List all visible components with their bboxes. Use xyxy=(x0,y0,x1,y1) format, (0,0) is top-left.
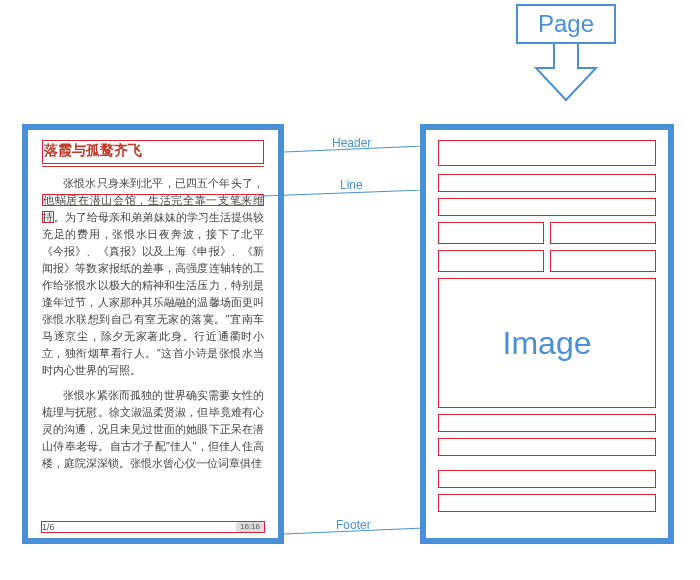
region-line-pair xyxy=(438,222,656,244)
rendered-page: 落霞与孤鹜齐飞 张恨水只身来到北平，已四五个年头了，他蜗居在潜山会馆，生活完全靠… xyxy=(22,124,284,544)
page-callout: Page xyxy=(516,4,616,106)
page-number: 1/6 xyxy=(42,522,55,532)
region-line xyxy=(438,438,656,456)
page-body: 张恨水只身来到北平，已四五个年头了，他蜗居在潜山会馆，生活完全靠一支笔来维持。为… xyxy=(42,175,264,472)
callout-arrow xyxy=(516,44,616,102)
region-line xyxy=(438,414,656,432)
page-footer: 1/6 16:16 xyxy=(42,522,264,532)
page-title: 落霞与孤鹜齐飞 xyxy=(42,140,264,164)
page-time: 16:16 xyxy=(236,522,264,532)
label-header: Header xyxy=(332,136,371,150)
paragraph: 张恨水紧张而孤独的世界确实需要女性的梳理与抚慰。徐文淑温柔贤淑，但毕竟难有心灵的… xyxy=(42,387,264,472)
region-line-half xyxy=(550,250,656,272)
page-callout-label: Page xyxy=(516,4,616,44)
region-line-half xyxy=(550,222,656,244)
region-header xyxy=(438,140,656,166)
highlighted-line: 他蜗居在潜山会馆，生活完全靠一支笔来维持 xyxy=(42,194,264,223)
region-image: Image xyxy=(438,278,656,408)
region-line xyxy=(438,174,656,192)
region-line-pair xyxy=(438,250,656,272)
title-divider xyxy=(42,166,264,167)
region-image-label: Image xyxy=(503,325,592,362)
schematic-page: Image xyxy=(420,124,674,544)
region-footer xyxy=(438,494,656,512)
region-line xyxy=(438,198,656,216)
label-line: Line xyxy=(340,178,363,192)
label-footer: Footer xyxy=(336,518,371,532)
region-line xyxy=(438,470,656,488)
region-line-half xyxy=(438,222,544,244)
paragraph: 张恨水只身来到北平，已四五个年头了，他蜗居在潜山会馆，生活完全靠一支笔来维持。为… xyxy=(42,175,264,379)
region-line-half xyxy=(438,250,544,272)
